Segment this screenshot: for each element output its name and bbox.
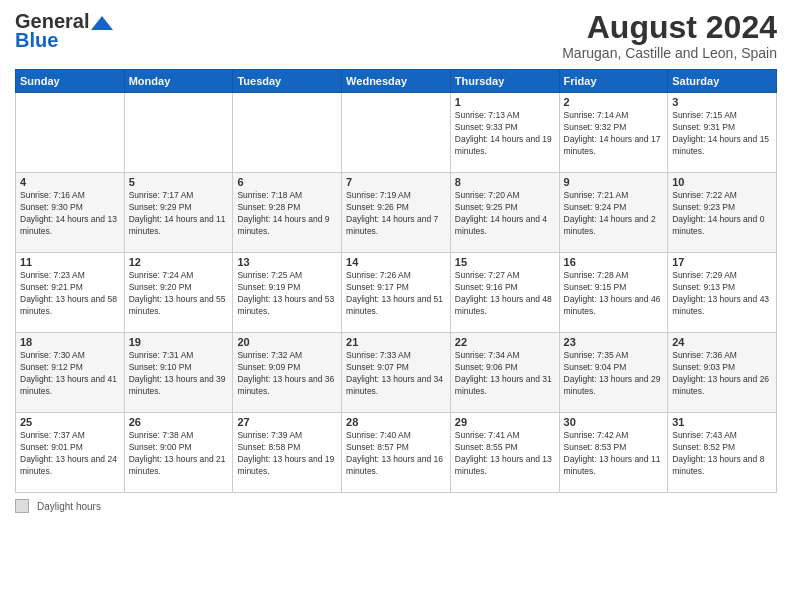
calendar-cell: 25Sunrise: 7:37 AM Sunset: 9:01 PM Dayli… [16,413,125,493]
cell-info: Sunrise: 7:23 AM Sunset: 9:21 PM Dayligh… [20,270,120,318]
cell-date: 15 [455,256,555,268]
cell-info: Sunrise: 7:32 AM Sunset: 9:09 PM Dayligh… [237,350,337,398]
title-block: August 2024 Marugan, Castille and Leon, … [562,10,777,61]
calendar-cell: 8Sunrise: 7:20 AM Sunset: 9:25 PM Daylig… [450,173,559,253]
calendar-cell: 11Sunrise: 7:23 AM Sunset: 9:21 PM Dayli… [16,253,125,333]
cell-info: Sunrise: 7:19 AM Sunset: 9:26 PM Dayligh… [346,190,446,238]
calendar-cell: 28Sunrise: 7:40 AM Sunset: 8:57 PM Dayli… [342,413,451,493]
calendar-cell: 20Sunrise: 7:32 AM Sunset: 9:09 PM Dayli… [233,333,342,413]
header-sunday: Sunday [16,70,125,93]
cell-date: 12 [129,256,229,268]
calendar-cell: 14Sunrise: 7:26 AM Sunset: 9:17 PM Dayli… [342,253,451,333]
cell-date: 22 [455,336,555,348]
calendar-cell: 2Sunrise: 7:14 AM Sunset: 9:32 PM Daylig… [559,93,668,173]
calendar-week-4: 18Sunrise: 7:30 AM Sunset: 9:12 PM Dayli… [16,333,777,413]
calendar-cell: 5Sunrise: 7:17 AM Sunset: 9:29 PM Daylig… [124,173,233,253]
calendar-cell: 26Sunrise: 7:38 AM Sunset: 9:00 PM Dayli… [124,413,233,493]
header-saturday: Saturday [668,70,777,93]
cell-date: 27 [237,416,337,428]
daylight-legend-box [15,499,29,513]
logo-blue-text: Blue [15,29,58,52]
calendar-table: Sunday Monday Tuesday Wednesday Thursday… [15,69,777,493]
calendar-cell: 12Sunrise: 7:24 AM Sunset: 9:20 PM Dayli… [124,253,233,333]
calendar-week-2: 4Sunrise: 7:16 AM Sunset: 9:30 PM Daylig… [16,173,777,253]
cell-info: Sunrise: 7:36 AM Sunset: 9:03 PM Dayligh… [672,350,772,398]
calendar-week-1: 1Sunrise: 7:13 AM Sunset: 9:33 PM Daylig… [16,93,777,173]
cell-info: Sunrise: 7:37 AM Sunset: 9:01 PM Dayligh… [20,430,120,478]
calendar-cell: 7Sunrise: 7:19 AM Sunset: 9:26 PM Daylig… [342,173,451,253]
cell-date: 19 [129,336,229,348]
cell-date: 25 [20,416,120,428]
calendar-cell: 24Sunrise: 7:36 AM Sunset: 9:03 PM Dayli… [668,333,777,413]
cell-info: Sunrise: 7:40 AM Sunset: 8:57 PM Dayligh… [346,430,446,478]
calendar-cell: 1Sunrise: 7:13 AM Sunset: 9:33 PM Daylig… [450,93,559,173]
calendar-cell: 18Sunrise: 7:30 AM Sunset: 9:12 PM Dayli… [16,333,125,413]
cell-date: 9 [564,176,664,188]
calendar-cell: 30Sunrise: 7:42 AM Sunset: 8:53 PM Dayli… [559,413,668,493]
daylight-label: Daylight hours [37,501,101,512]
cell-date: 1 [455,96,555,108]
calendar-week-5: 25Sunrise: 7:37 AM Sunset: 9:01 PM Dayli… [16,413,777,493]
cell-info: Sunrise: 7:21 AM Sunset: 9:24 PM Dayligh… [564,190,664,238]
cell-info: Sunrise: 7:39 AM Sunset: 8:58 PM Dayligh… [237,430,337,478]
calendar-cell: 9Sunrise: 7:21 AM Sunset: 9:24 PM Daylig… [559,173,668,253]
cell-date: 16 [564,256,664,268]
cell-date: 20 [237,336,337,348]
calendar-cell: 4Sunrise: 7:16 AM Sunset: 9:30 PM Daylig… [16,173,125,253]
header-wednesday: Wednesday [342,70,451,93]
calendar-cell: 16Sunrise: 7:28 AM Sunset: 9:15 PM Dayli… [559,253,668,333]
cell-info: Sunrise: 7:15 AM Sunset: 9:31 PM Dayligh… [672,110,772,158]
footer: Daylight hours [15,499,777,513]
calendar-cell: 10Sunrise: 7:22 AM Sunset: 9:23 PM Dayli… [668,173,777,253]
cell-info: Sunrise: 7:18 AM Sunset: 9:28 PM Dayligh… [237,190,337,238]
header-monday: Monday [124,70,233,93]
cell-info: Sunrise: 7:16 AM Sunset: 9:30 PM Dayligh… [20,190,120,238]
cell-info: Sunrise: 7:14 AM Sunset: 9:32 PM Dayligh… [564,110,664,158]
cell-date: 24 [672,336,772,348]
cell-date: 18 [20,336,120,348]
cell-date: 13 [237,256,337,268]
calendar-cell [16,93,125,173]
cell-info: Sunrise: 7:29 AM Sunset: 9:13 PM Dayligh… [672,270,772,318]
calendar-cell: 29Sunrise: 7:41 AM Sunset: 8:55 PM Dayli… [450,413,559,493]
cell-date: 28 [346,416,446,428]
calendar-cell: 19Sunrise: 7:31 AM Sunset: 9:10 PM Dayli… [124,333,233,413]
logo: General Blue [15,10,113,52]
calendar-cell: 3Sunrise: 7:15 AM Sunset: 9:31 PM Daylig… [668,93,777,173]
cell-info: Sunrise: 7:25 AM Sunset: 9:19 PM Dayligh… [237,270,337,318]
cell-date: 30 [564,416,664,428]
header-tuesday: Tuesday [233,70,342,93]
cell-info: Sunrise: 7:17 AM Sunset: 9:29 PM Dayligh… [129,190,229,238]
calendar-cell: 22Sunrise: 7:34 AM Sunset: 9:06 PM Dayli… [450,333,559,413]
calendar-cell: 13Sunrise: 7:25 AM Sunset: 9:19 PM Dayli… [233,253,342,333]
cell-info: Sunrise: 7:22 AM Sunset: 9:23 PM Dayligh… [672,190,772,238]
cell-info: Sunrise: 7:30 AM Sunset: 9:12 PM Dayligh… [20,350,120,398]
cell-date: 31 [672,416,772,428]
header-friday: Friday [559,70,668,93]
cell-date: 29 [455,416,555,428]
cell-date: 14 [346,256,446,268]
cell-date: 7 [346,176,446,188]
page: General Blue August 2024 Marugan, Castil… [0,0,792,612]
cell-date: 3 [672,96,772,108]
cell-info: Sunrise: 7:31 AM Sunset: 9:10 PM Dayligh… [129,350,229,398]
cell-date: 10 [672,176,772,188]
cell-info: Sunrise: 7:24 AM Sunset: 9:20 PM Dayligh… [129,270,229,318]
cell-info: Sunrise: 7:38 AM Sunset: 9:00 PM Dayligh… [129,430,229,478]
cell-info: Sunrise: 7:34 AM Sunset: 9:06 PM Dayligh… [455,350,555,398]
cell-date: 23 [564,336,664,348]
cell-info: Sunrise: 7:26 AM Sunset: 9:17 PM Dayligh… [346,270,446,318]
calendar-cell: 23Sunrise: 7:35 AM Sunset: 9:04 PM Dayli… [559,333,668,413]
cell-info: Sunrise: 7:41 AM Sunset: 8:55 PM Dayligh… [455,430,555,478]
header: General Blue August 2024 Marugan, Castil… [15,10,777,61]
cell-info: Sunrise: 7:43 AM Sunset: 8:52 PM Dayligh… [672,430,772,478]
main-title: August 2024 [562,10,777,45]
svg-marker-0 [91,16,113,30]
calendar-week-3: 11Sunrise: 7:23 AM Sunset: 9:21 PM Dayli… [16,253,777,333]
calendar-cell: 15Sunrise: 7:27 AM Sunset: 9:16 PM Dayli… [450,253,559,333]
cell-info: Sunrise: 7:35 AM Sunset: 9:04 PM Dayligh… [564,350,664,398]
cell-date: 8 [455,176,555,188]
cell-info: Sunrise: 7:20 AM Sunset: 9:25 PM Dayligh… [455,190,555,238]
calendar-cell: 6Sunrise: 7:18 AM Sunset: 9:28 PM Daylig… [233,173,342,253]
calendar-cell [233,93,342,173]
